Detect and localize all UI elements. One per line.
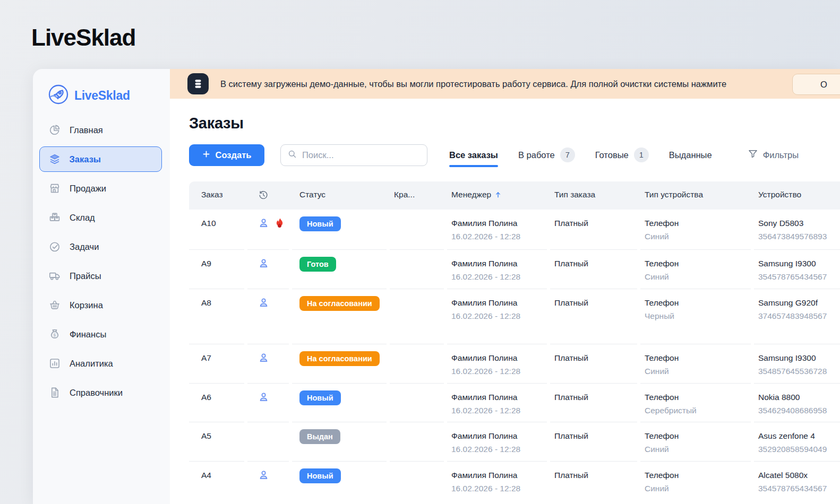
sidebar-item-label: Прайсы — [70, 271, 101, 281]
sidebar-item-warehouse[interactable]: Склад — [39, 205, 162, 230]
order-id: A7 — [189, 344, 244, 383]
toolbar: Создать Все заказыВ работе7Готовые1Выдан… — [189, 144, 840, 166]
column-header-order[interactable]: Заказ — [189, 181, 244, 210]
search-input[interactable] — [302, 150, 421, 160]
sidebar-item-cart[interactable]: Корзина — [39, 292, 162, 318]
order-type: Платный — [550, 422, 637, 461]
table-row[interactable]: A9 Готов Фамилия Полина 16.02.2026 - 12:… — [189, 249, 840, 289]
order-type: Платный — [550, 461, 637, 503]
clock-history-icon — [258, 190, 269, 203]
table-row[interactable]: A7 На согласовании Фамилия Полина 16.02.… — [189, 344, 840, 383]
column-header-device-type[interactable]: Тип устройства — [640, 181, 751, 210]
deadline-cell — [390, 344, 444, 383]
create-button[interactable]: Создать — [189, 144, 264, 166]
sidebar-item-sales[interactable]: Продажи — [39, 176, 162, 201]
bar-chart-icon — [48, 357, 61, 370]
device-imei: 354578765434567 — [758, 270, 840, 283]
sidebar-item-label: Продажи — [70, 184, 106, 194]
column-header-device[interactable]: Устройство — [754, 181, 840, 210]
sidebar-logo[interactable]: LiveSklad — [33, 69, 170, 107]
device-type: Телефон — [645, 296, 751, 309]
person-icon — [258, 258, 269, 269]
filters-button[interactable]: Фильтры — [748, 149, 799, 161]
order-type: Платный — [550, 383, 637, 422]
device-imei: 354578765434567 — [758, 482, 840, 495]
sidebar: LiveSklad Главная Заказы Продажи Склад З… — [33, 69, 170, 504]
column-header-order-type[interactable]: Тип заказа — [550, 181, 637, 210]
order-id: A8 — [189, 289, 244, 344]
deadline-cell — [390, 461, 444, 503]
device-name: Asus zenfone 4 — [758, 429, 840, 442]
status-badge: Готов — [299, 257, 336, 272]
order-datetime: 16.02.2026 - 12:28 — [451, 442, 547, 456]
column-header-manager[interactable]: Менеджер — [447, 181, 547, 210]
layers-icon — [48, 153, 61, 166]
table-row[interactable]: A5 Выдан Фамилия Полина 16.02.2026 - 12:… — [189, 422, 840, 461]
order-tabs: Все заказыВ работе7Готовые1Выданные — [449, 147, 712, 162]
truck-icon — [48, 270, 61, 282]
order-icons — [247, 249, 289, 289]
table-row[interactable]: A4 Новый Фамилия Полина 16.02.2026 - 12:… — [189, 461, 840, 503]
tab-все-заказы[interactable]: Все заказы — [449, 150, 498, 160]
manager-name: Фамилия Полина — [451, 216, 547, 230]
device-type: Телефон — [645, 429, 751, 442]
column-header-deadline[interactable]: Кра... — [390, 181, 444, 210]
tab-label: В работе — [518, 150, 555, 160]
rocket-logo-icon — [48, 84, 69, 107]
table-row[interactable]: A6 Новый Фамилия Полина 16.02.2026 - 12:… — [189, 383, 840, 422]
sidebar-item-label: Корзина — [70, 300, 103, 310]
order-datetime: 16.02.2026 - 12:28 — [451, 482, 547, 495]
order-icons — [247, 461, 289, 503]
device-color: Синий — [645, 442, 751, 456]
column-header-status[interactable]: Статус — [292, 181, 387, 210]
sidebar-item-tasks[interactable]: Задачи — [39, 234, 162, 259]
tab-выданные[interactable]: Выданные — [669, 150, 712, 160]
basket-icon — [48, 299, 61, 311]
device-name: Samsung I9300 — [758, 257, 840, 270]
manager-name: Фамилия Полина — [451, 257, 547, 270]
sidebar-item-analytics[interactable]: Аналитика — [39, 351, 162, 376]
sidebar-item-home[interactable]: Главная — [39, 117, 162, 143]
sidebar-item-orders[interactable]: Заказы — [39, 146, 162, 172]
order-icons — [247, 289, 289, 344]
device-type: Телефон — [645, 351, 751, 364]
status-badge: Новый — [299, 390, 341, 405]
document-icon — [48, 386, 61, 399]
clear-system-button[interactable]: О — [792, 74, 840, 95]
tab-label: Все заказы — [449, 150, 498, 160]
device-type: Телефон — [645, 468, 751, 482]
sidebar-item-prices[interactable]: Прайсы — [39, 263, 162, 289]
deadline-cell — [390, 289, 444, 344]
deadline-cell — [390, 210, 444, 249]
manager-name: Фамилия Полина — [451, 429, 547, 442]
app-window: LiveSklad Главная Заказы Продажи Склад З… — [33, 69, 840, 504]
deadline-cell — [390, 422, 444, 461]
sidebar-item-finance[interactable]: $ Финансы — [39, 321, 162, 347]
manager-name: Фамилия Полина — [451, 351, 547, 364]
order-type: Платный — [550, 289, 637, 344]
device-name: Sony D5803 — [758, 216, 840, 230]
search-icon — [287, 149, 297, 161]
table-body: A10 Новый Фамилия Полина 16.02.2026 - 12… — [189, 210, 840, 503]
tab-в-работе[interactable]: В работе7 — [518, 147, 575, 162]
sidebar-item-label: Справочники — [70, 388, 123, 398]
status-badge: Новый — [299, 468, 341, 483]
sidebar-item-label: Склад — [70, 213, 95, 223]
order-type: Платный — [550, 249, 637, 289]
table-row[interactable]: A8 На согласовании Фамилия Полина 16.02.… — [189, 289, 840, 344]
device-name: Nokia 8800 — [758, 390, 840, 404]
page-title: Заказы — [189, 115, 840, 132]
person-icon — [258, 470, 269, 481]
column-header-history[interactable] — [247, 181, 289, 210]
tab-label: Выданные — [669, 150, 712, 160]
sidebar-item-label: Заказы — [70, 154, 101, 164]
device-imei: 356473849576893 — [758, 230, 840, 243]
sidebar-item-label: Финансы — [70, 329, 106, 340]
tab-count-badge: 1 — [634, 147, 649, 162]
order-datetime: 16.02.2026 - 12:28 — [451, 270, 547, 283]
table-row[interactable]: A10 Новый Фамилия Полина 16.02.2026 - 12… — [189, 210, 840, 249]
sidebar-item-references[interactable]: Справочники — [39, 380, 162, 405]
order-type: Платный — [550, 210, 637, 249]
device-color: Синий — [645, 270, 751, 283]
tab-готовые[interactable]: Готовые1 — [595, 147, 649, 162]
